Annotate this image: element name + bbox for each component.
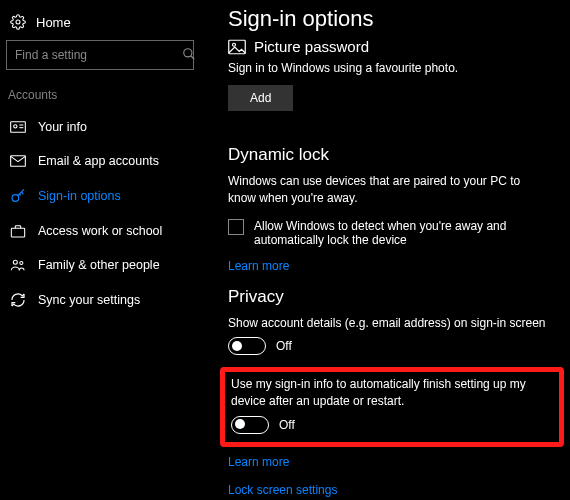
dynamic-lock-learn-more-link[interactable]: Learn more: [228, 259, 556, 273]
sidebar-item-label: Family & other people: [38, 258, 160, 272]
svg-rect-3: [11, 122, 26, 133]
sidebar-item-signin[interactable]: Sign-in options: [6, 178, 204, 214]
sidebar-item-email[interactable]: Email & app accounts: [6, 144, 204, 178]
sidebar-item-family[interactable]: Family & other people: [6, 248, 204, 282]
sidebar-item-work[interactable]: Access work or school: [6, 214, 204, 248]
sync-icon: [10, 292, 26, 308]
dynamic-lock-checkbox[interactable]: [228, 219, 244, 235]
sidebar-item-label: Email & app accounts: [38, 154, 159, 168]
dynamic-lock-heading: Dynamic lock: [228, 145, 556, 165]
sidebar-item-label: Sign-in options: [38, 189, 121, 203]
svg-point-13: [233, 43, 236, 46]
svg-rect-12: [229, 40, 246, 54]
id-card-icon: [10, 121, 26, 133]
svg-point-10: [13, 260, 17, 264]
briefcase-icon: [10, 224, 26, 238]
privacy-heading: Privacy: [228, 287, 556, 307]
dynamic-lock-desc: Windows can use devices that are paired …: [228, 173, 548, 207]
sidebar-item-label: Sync your settings: [38, 293, 140, 307]
svg-point-4: [14, 125, 17, 128]
page-title: Sign-in options: [228, 6, 556, 32]
add-button[interactable]: Add: [228, 85, 293, 111]
picture-icon: [228, 39, 246, 55]
section-heading: Accounts: [8, 88, 204, 102]
picture-password-heading: Picture password: [254, 38, 369, 55]
dynamic-lock-checkbox-label: Allow Windows to detect when you're away…: [254, 219, 548, 247]
gear-icon: [10, 14, 26, 30]
main-content: Sign-in options Picture password Sign in…: [210, 0, 570, 500]
sidebar-item-label: Your info: [38, 120, 87, 134]
svg-rect-9: [11, 228, 24, 237]
privacy-toggle1-state: Off: [276, 339, 292, 353]
privacy-toggle2[interactable]: [231, 416, 269, 434]
svg-point-0: [16, 20, 20, 24]
home-label: Home: [36, 15, 71, 30]
svg-point-11: [20, 261, 23, 264]
people-icon: [10, 258, 26, 272]
lock-screen-settings-link[interactable]: Lock screen settings: [228, 483, 556, 497]
privacy-toggle1-label: Show account details (e.g. email address…: [228, 315, 548, 332]
privacy-learn-more-link[interactable]: Learn more: [228, 455, 556, 469]
privacy-toggle2-label: Use my sign-in info to automatically fin…: [231, 376, 531, 410]
key-icon: [10, 188, 26, 204]
sidebar-item-label: Access work or school: [38, 224, 162, 238]
privacy-toggle1[interactable]: [228, 337, 266, 355]
svg-point-8: [12, 195, 19, 202]
search-container: [6, 40, 204, 70]
sidebar-item-your-info[interactable]: Your info: [6, 110, 204, 144]
search-input[interactable]: [6, 40, 194, 70]
privacy-toggle2-state: Off: [279, 418, 295, 432]
home-button[interactable]: Home: [6, 10, 204, 40]
picture-password-desc: Sign in to Windows using a favourite pho…: [228, 61, 556, 75]
sidebar: Home Accounts Your info Email & app acco…: [0, 0, 210, 500]
mail-icon: [10, 155, 26, 167]
highlight-box: Use my sign-in info to automatically fin…: [220, 367, 564, 447]
sidebar-item-sync[interactable]: Sync your settings: [6, 282, 204, 318]
svg-rect-7: [11, 156, 26, 167]
